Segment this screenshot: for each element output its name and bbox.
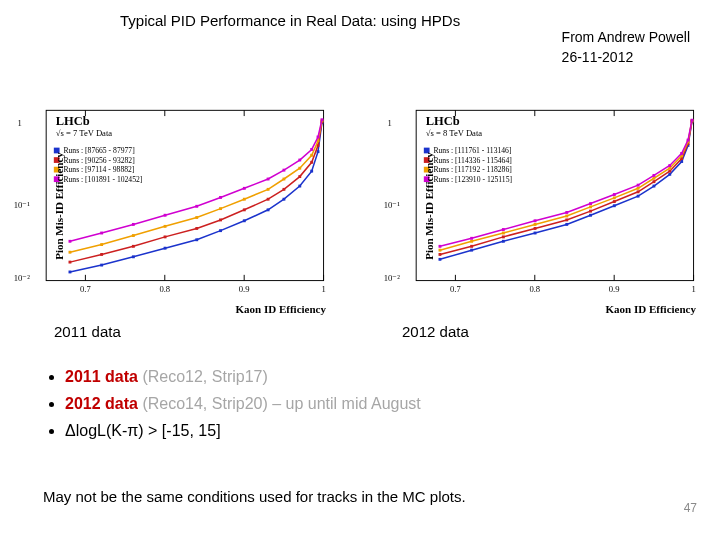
svg-rect-130 [613, 196, 616, 199]
svg-rect-118 [637, 190, 640, 193]
bullet-list: 2011 data (Reco12, Strip17) 2012 data (R… [45, 363, 421, 445]
svg-rect-148 [687, 139, 690, 142]
svg-rect-106 [653, 185, 656, 188]
svg-rect-128 [565, 215, 568, 218]
svg-rect-59 [310, 154, 313, 157]
credit-date: 26-11-2012 [562, 48, 690, 68]
svg-rect-29 [243, 219, 246, 222]
page-number: 47 [684, 501, 697, 515]
svg-rect-131 [637, 187, 640, 190]
svg-rect-139 [502, 228, 505, 231]
svg-text:0.9: 0.9 [609, 284, 620, 294]
svg-text:10⁻²: 10⁻² [384, 273, 401, 283]
curves-right [439, 119, 694, 261]
svg-text:Runs : [117192 - 118286]: Runs : [117192 - 118286] [433, 166, 511, 175]
svg-rect-102 [565, 223, 568, 226]
y-axis-label: Pion Mis-ID Efficiency [53, 152, 65, 260]
experiment-label: LHCb [426, 114, 460, 128]
svg-text:Runs : [111761 - 113146]: Runs : [111761 - 113146] [433, 146, 511, 155]
svg-rect-112 [470, 245, 473, 248]
svg-rect-107 [668, 173, 671, 176]
svg-rect-39 [164, 235, 167, 238]
svg-rect-28 [219, 229, 222, 232]
svg-rect-72 [310, 148, 313, 151]
legend: Runs : [87665 - 87977] Runs : [90256 - 9… [54, 146, 143, 184]
svg-rect-127 [534, 223, 537, 226]
y-axis-label: Pion Mis-ID Efficiency [423, 152, 435, 260]
bullet-1: 2011 data (Reco12, Strip17) [65, 363, 421, 390]
svg-rect-34 [317, 150, 320, 153]
svg-text:10⁻¹: 10⁻¹ [384, 200, 401, 210]
footer-note: May not be the same conditions used for … [43, 488, 466, 505]
svg-text:0.7: 0.7 [450, 284, 461, 294]
svg-rect-57 [283, 178, 286, 181]
caption-2012: 2012 data [402, 323, 469, 340]
svg-rect-31 [283, 198, 286, 201]
svg-rect-116 [589, 210, 592, 213]
svg-text:Runs : [123910 - 125115]: Runs : [123910 - 125115] [433, 175, 512, 184]
svg-rect-124 [439, 249, 442, 252]
svg-rect-125 [470, 240, 473, 243]
svg-rect-120 [668, 170, 671, 173]
svg-rect-117 [613, 200, 616, 203]
svg-rect-74 [321, 118, 324, 121]
curves-left [69, 118, 324, 273]
svg-rect-26 [164, 247, 167, 250]
svg-rect-69 [267, 178, 270, 181]
svg-rect-138 [470, 237, 473, 240]
svg-rect-52 [164, 225, 167, 228]
svg-rect-55 [243, 198, 246, 201]
svg-rect-36 [69, 261, 72, 264]
svg-rect-137 [439, 245, 442, 248]
svg-rect-43 [267, 198, 270, 201]
svg-rect-38 [132, 245, 135, 248]
svg-rect-126 [502, 232, 505, 235]
svg-text:Runs : [114336 - 115464]: Runs : [114336 - 115464] [433, 156, 511, 165]
svg-rect-147 [680, 152, 683, 155]
svg-rect-44 [283, 188, 286, 191]
svg-rect-42 [243, 208, 246, 211]
svg-rect-37 [100, 253, 103, 256]
svg-rect-140 [534, 219, 537, 222]
svg-rect-27 [195, 238, 198, 241]
svg-rect-56 [267, 188, 270, 191]
svg-rect-105 [637, 195, 640, 198]
svg-rect-111 [439, 253, 442, 256]
svg-rect-144 [637, 184, 640, 187]
svg-rect-68 [243, 187, 246, 190]
svg-text:Runs : [97114 - 98882]: Runs : [97114 - 98882] [63, 166, 134, 175]
svg-rect-41 [219, 218, 222, 221]
svg-text:1: 1 [387, 118, 391, 128]
svg-rect-62 [69, 240, 72, 243]
bullet-3: ΔlogL(K-π) > [-15, 15] [65, 417, 421, 444]
svg-text:10⁻¹: 10⁻¹ [14, 200, 31, 210]
svg-rect-114 [534, 227, 537, 230]
svg-rect-98 [439, 258, 442, 261]
svg-text:0.8: 0.8 [159, 284, 170, 294]
plot-row: Pion Mis-ID Efficiency 1 10⁻¹ 10⁻² 0.70.… [6, 98, 706, 313]
svg-text:0.9: 0.9 [239, 284, 250, 294]
sqrt-label: √s = 8 TeV Data [426, 128, 483, 138]
credit-block: From Andrew Powell 26-11-2012 [562, 28, 690, 67]
svg-text:Runs : [101891 - 102452]: Runs : [101891 - 102452] [63, 175, 142, 184]
svg-rect-40 [195, 227, 198, 230]
svg-rect-132 [653, 177, 656, 180]
svg-rect-46 [310, 161, 313, 164]
svg-rect-67 [219, 196, 222, 199]
svg-rect-66 [195, 205, 198, 208]
x-axis-label: Kaon ID Efficiency [236, 303, 326, 315]
svg-rect-65 [164, 214, 167, 217]
svg-rect-50 [100, 243, 103, 246]
plot-2011: Pion Mis-ID Efficiency 1 10⁻¹ 10⁻² 0.70.… [6, 98, 336, 313]
svg-rect-70 [283, 169, 286, 172]
svg-rect-145 [653, 174, 656, 177]
svg-rect-64 [132, 223, 135, 226]
svg-rect-133 [668, 167, 671, 170]
svg-rect-33 [310, 170, 313, 173]
svg-rect-32 [298, 185, 301, 188]
svg-rect-25 [132, 255, 135, 258]
caption-2011: 2011 data [54, 323, 121, 340]
x-axis-label: Kaon ID Efficiency [606, 303, 696, 315]
svg-rect-63 [100, 232, 103, 235]
svg-rect-53 [195, 216, 198, 219]
